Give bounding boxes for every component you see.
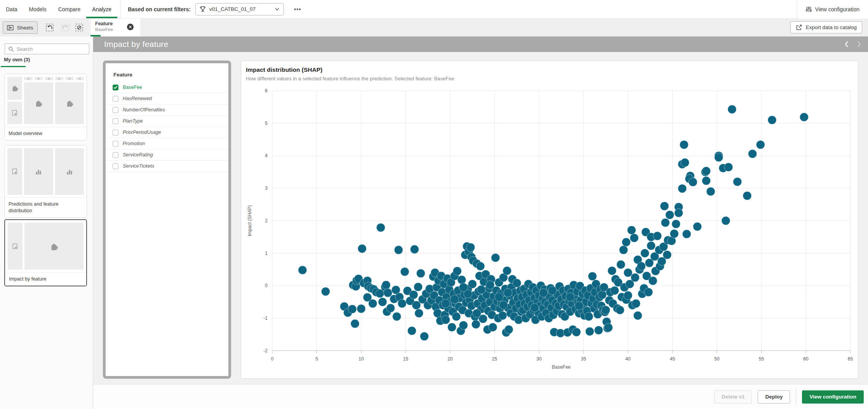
export-data-button[interactable]: Export data to catalog <box>790 21 862 33</box>
feature-row[interactable]: ServiceTickets <box>106 161 228 172</box>
export-label: Export data to catalog <box>806 24 857 30</box>
feature-label: Promotion <box>123 141 145 146</box>
deploy-button[interactable]: Deploy <box>758 390 790 404</box>
sheet-card-impact-by-feature[interactable]: Impact by feature <box>4 219 87 286</box>
x-tick-label: 60 <box>803 356 809 362</box>
puzzle-icon <box>65 99 74 108</box>
scatter-point <box>722 217 730 225</box>
feature-row[interactable]: ServiceRating <box>106 149 228 161</box>
bar-chart-icon <box>33 166 43 177</box>
scatter-point <box>602 306 610 314</box>
search-input[interactable] <box>17 46 83 52</box>
scatter-point <box>666 211 674 219</box>
scatter-point <box>617 260 625 269</box>
scatter-point <box>468 280 477 288</box>
scatter-point <box>681 158 689 167</box>
next-sheet-icon[interactable] <box>856 40 862 48</box>
scatter-point <box>298 266 307 274</box>
x-tick-label: 15 <box>403 356 409 362</box>
scatter-point <box>598 291 607 299</box>
feature-filter-panel: Feature BaseFeeHasRenewedNumberOfPenalti… <box>103 61 231 379</box>
scatter-point <box>616 306 624 314</box>
scatter-point <box>575 302 583 310</box>
scatter-point <box>608 267 616 275</box>
scatter-point <box>604 323 613 332</box>
scatter-point <box>410 245 419 254</box>
scatter-point <box>416 269 425 277</box>
scatter-point <box>653 232 662 240</box>
y-tick-label: 5 <box>265 121 268 126</box>
sheets-toggle-button[interactable]: Sheets <box>3 21 38 34</box>
feature-checkbox[interactable] <box>113 85 118 90</box>
scatter-point <box>661 218 670 227</box>
feature-row[interactable]: HasRenewed <box>106 93 228 104</box>
sheet-card-model-overview[interactable]: Model overview <box>4 74 87 140</box>
scatter-point <box>743 191 751 200</box>
scatter-point <box>548 286 557 295</box>
sheet-card-label: Model overview <box>5 127 87 140</box>
scatter-point <box>453 267 461 276</box>
shap-scatter-plot[interactable]: -2-1012345605101520253035404550556065Bas… <box>241 61 858 378</box>
scatter-point <box>768 116 776 124</box>
feature-checkbox[interactable] <box>113 163 118 169</box>
sheet-thumbnail <box>5 146 87 198</box>
feature-row[interactable]: NumberOfPenalties <box>106 104 228 116</box>
scatter-point <box>442 299 450 308</box>
scatter-point <box>594 326 603 334</box>
feature-row[interactable]: PlanType <box>106 116 228 127</box>
feature-checkbox[interactable] <box>113 96 118 102</box>
scatter-point <box>486 281 494 289</box>
scatter-point <box>756 140 765 149</box>
scatter-point <box>800 113 808 121</box>
sheet-card-predictions[interactable]: Predictions and feature distribution <box>4 145 87 218</box>
scatter-point <box>503 267 511 275</box>
kpi-chip <box>45 77 53 80</box>
feature-checkbox[interactable] <box>113 107 118 113</box>
sheet-thumbnail <box>5 74 87 127</box>
redo-button[interactable] <box>61 23 70 32</box>
scatter-point <box>624 269 632 277</box>
feature-row[interactable]: Promotion <box>106 138 228 149</box>
feature-row[interactable]: PriorPeriodUsage <box>106 127 228 138</box>
scatter-point <box>748 149 757 158</box>
sheet-search-box[interactable] <box>5 43 89 54</box>
collapse-panel-icon <box>7 25 14 31</box>
kpi-chip <box>35 77 43 80</box>
scatter-point <box>733 177 742 186</box>
scatter-point <box>660 202 669 210</box>
view-configuration-button[interactable]: View configuration <box>802 390 864 404</box>
feature-checkbox[interactable] <box>113 130 118 135</box>
clear-selections-button[interactable] <box>75 23 84 32</box>
sheet-card-label: Predictions and feature distribution <box>5 198 87 217</box>
model-version-dropdown[interactable]: v01_CATBC_01_07 <box>195 3 284 16</box>
nav-tab-analyze[interactable]: Analyze <box>86 0 117 18</box>
x-tick-label: 65 <box>848 356 853 362</box>
scatter-point <box>491 253 500 262</box>
feature-checkbox[interactable] <box>113 152 118 158</box>
scatter-point <box>678 184 687 193</box>
feature-checkbox[interactable] <box>113 141 118 147</box>
feature-checkbox[interactable] <box>113 118 118 124</box>
scatter-point <box>631 273 639 282</box>
nav-tab-models[interactable]: Models <box>23 0 52 18</box>
delete-version-button[interactable]: Delete v1 <box>714 390 752 404</box>
scatter-point <box>670 229 678 238</box>
undo-button[interactable] <box>45 23 54 32</box>
tab-my-own[interactable]: My own (3) <box>4 57 30 62</box>
x-tick-label: 40 <box>625 356 631 362</box>
scatter-point <box>459 283 468 291</box>
sheet-thumbnail <box>5 220 86 272</box>
view-configuration-top-button[interactable]: View configuration <box>797 0 868 19</box>
clear-selection-icon[interactable] <box>127 24 134 30</box>
scatter-point <box>586 327 594 336</box>
more-options-button[interactable]: ••• <box>289 6 307 12</box>
previous-sheet-icon[interactable] <box>844 40 849 48</box>
feature-label: BaseFee <box>123 85 142 90</box>
nav-tab-compare[interactable]: Compare <box>52 0 87 18</box>
chevron-down-icon <box>275 7 280 11</box>
nav-tab-data[interactable]: Data <box>0 0 23 18</box>
x-tick-label: 5 <box>315 356 318 362</box>
puzzle-icon <box>34 99 43 108</box>
puzzle-icon <box>10 84 19 92</box>
feature-row[interactable]: BaseFee <box>106 82 228 93</box>
